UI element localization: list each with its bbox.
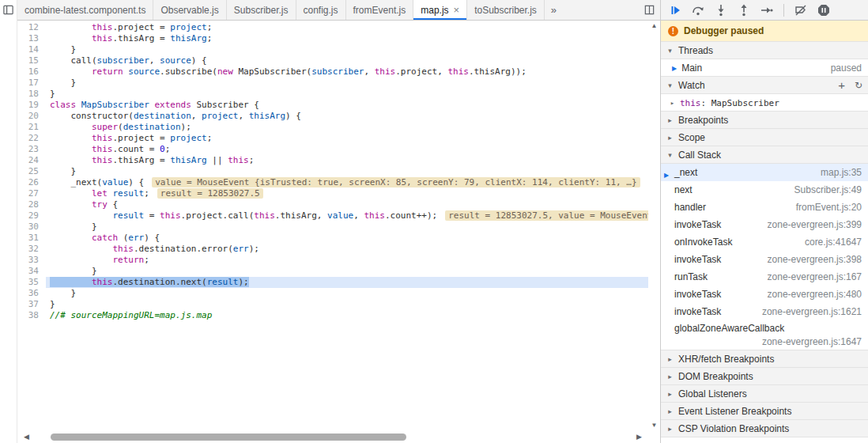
watch-expression-this[interactable]: ▸ this: MapSubscriber	[661, 94, 868, 112]
section-threads[interactable]: ▾ Threads	[661, 41, 868, 59]
resume-script-execution-button[interactable]	[669, 4, 681, 17]
code-text[interactable]: }	[46, 266, 648, 277]
section-event-listener-breakpoints[interactable]: ▸ Event Listener Breakpoints	[661, 402, 868, 420]
line-number[interactable]: 26	[17, 177, 46, 188]
call-stack-frame-handler[interactable]: handlerfromEvent.js:20	[661, 199, 868, 216]
line-number[interactable]: 17	[17, 78, 46, 89]
code-text[interactable]: }	[46, 166, 648, 177]
chevron-right-icon[interactable]: ▸	[669, 99, 676, 107]
tab-Observable.js[interactable]: Observable.js	[153, 0, 226, 20]
code-text[interactable]: return source.subscribe(new MapSubscribe…	[46, 66, 648, 78]
code-text[interactable]: }	[46, 222, 648, 233]
code-text[interactable]: this.thisArg = thisArg;	[46, 33, 648, 44]
code-text[interactable]: catch (err) {	[46, 233, 648, 244]
close-tab-icon[interactable]: ×	[454, 5, 460, 15]
code-text[interactable]: call(subscriber, source) {	[46, 55, 648, 66]
call-stack-frame-_next[interactable]: ▶_nextmap.js:35	[661, 164, 868, 181]
add-watch-expression-icon[interactable]: +	[838, 79, 845, 91]
tab-Subscriber.js[interactable]: Subscriber.js	[227, 0, 296, 20]
line-number[interactable]: 19	[17, 100, 46, 111]
line-number[interactable]: 25	[17, 166, 46, 177]
step-into-button[interactable]	[715, 4, 727, 17]
section-breakpoints[interactable]: ▸ Breakpoints	[661, 111, 868, 129]
call-stack-frame-invokeTask[interactable]: invokeTaskzone-evergreen.js:398	[661, 251, 868, 268]
frame-location[interactable]: core.js:41647	[805, 236, 862, 249]
line-number[interactable]: 38	[17, 310, 46, 321]
line-number[interactable]: 20	[17, 111, 46, 122]
line-number[interactable]: 24	[17, 155, 46, 166]
step-over-button[interactable]	[692, 4, 704, 17]
line-number[interactable]: 23	[17, 144, 46, 155]
line-number[interactable]: 27	[17, 188, 46, 199]
code-text[interactable]: }	[46, 299, 648, 310]
thread-main-row[interactable]: ▶ Main paused	[661, 59, 868, 77]
line-number[interactable]: 35	[17, 277, 46, 288]
show-navigator-icon[interactable]	[2, 4, 14, 443]
scroll-right-icon[interactable]: ▶	[630, 434, 648, 441]
tab-config.js[interactable]: config.js	[296, 0, 346, 20]
frame-location[interactable]: map.js:35	[821, 166, 862, 180]
pause-on-exceptions-button[interactable]	[817, 4, 830, 17]
tab-toSubscriber.js[interactable]: toSubscriber.js	[467, 0, 545, 20]
frame-location[interactable]: zone-evergreen.js:480	[768, 288, 862, 301]
call-stack-frame-invokeTask[interactable]: invokeTaskzone-evergreen.js:480	[661, 286, 868, 303]
line-number[interactable]: 29	[17, 210, 46, 222]
code-text[interactable]: class MapSubscriber extends Subscriber {	[46, 100, 648, 111]
tab-overflow-button[interactable]: »	[545, 0, 563, 20]
line-number[interactable]: 21	[17, 122, 46, 133]
call-stack-frame-onInvokeTask[interactable]: onInvokeTaskcore.js:41647	[661, 233, 868, 251]
call-stack-frame-runTask[interactable]: runTaskzone-evergreen.js:167	[661, 268, 868, 286]
editor-pane-icon[interactable]	[643, 0, 660, 20]
call-stack-frame-invokeTask[interactable]: invokeTaskzone-evergreen.js:1621	[661, 303, 868, 320]
step-out-button[interactable]	[738, 4, 750, 17]
code-text[interactable]: }	[46, 89, 648, 100]
code-text[interactable]: this.thisArg = thisArg || this;	[46, 155, 648, 166]
code-text[interactable]: this.destination.error(err);	[46, 244, 648, 255]
section-csp-violation-breakpoints[interactable]: ▸ CSP Violation Breakpoints	[661, 419, 868, 437]
frame-location[interactable]: zone-evergreen.js:398	[768, 253, 862, 267]
code-text[interactable]: constructor(destination, project, thisAr…	[46, 111, 648, 122]
line-number[interactable]: 12	[17, 22, 46, 33]
code-text[interactable]: }	[46, 44, 648, 55]
code-text[interactable]: try {	[46, 199, 648, 210]
refresh-watch-icon[interactable]: ↻	[855, 81, 862, 90]
section-call-stack[interactable]: ▾ Call Stack	[661, 146, 868, 164]
line-number[interactable]: 14	[17, 44, 46, 55]
call-stack-frame-globalZoneAwareCallback[interactable]: globalZoneAwareCallbackzone-evergreen.js…	[661, 320, 868, 350]
section-watch[interactable]: ▾ Watch + ↻	[661, 76, 868, 94]
frame-location[interactable]: fromEvent.js:20	[796, 201, 862, 214]
frame-location[interactable]: zone-evergreen.js:399	[768, 218, 862, 232]
editor-vertical-scrollbar[interactable]: ▲ ▼	[648, 21, 660, 431]
tab-map.js[interactable]: map.js×	[413, 0, 467, 20]
line-number[interactable]: 31	[17, 233, 46, 244]
frame-location[interactable]: zone-evergreen.js:1621	[762, 305, 862, 319]
line-number[interactable]: 18	[17, 89, 46, 100]
line-number[interactable]: 13	[17, 33, 46, 44]
call-stack-frame-next[interactable]: nextSubscriber.js:49	[661, 181, 868, 199]
code-text[interactable]: }	[46, 288, 648, 299]
code-text[interactable]: this.destination.next(result);	[46, 277, 648, 288]
code-text[interactable]: let result;result = 12853027.5	[46, 188, 648, 199]
tab-fromEvent.js[interactable]: fromEvent.js	[346, 0, 414, 20]
scroll-up-icon[interactable]: ▲	[651, 23, 658, 29]
code-text[interactable]: }	[46, 78, 648, 89]
code-text[interactable]: //# sourceMappingURL=map.js.map	[46, 310, 648, 321]
call-stack-frame-invokeTask[interactable]: invokeTaskzone-evergreen.js:399	[661, 216, 868, 233]
editor-horizontal-scrollbar[interactable]: ◀ ▶	[17, 431, 648, 443]
line-number[interactable]: 30	[17, 222, 46, 233]
code-text[interactable]: super(destination);	[46, 122, 648, 133]
code-text[interactable]: this.project = project;	[46, 133, 648, 144]
section-dom-breakpoints[interactable]: ▸ DOM Breakpoints	[661, 367, 868, 385]
code-text[interactable]: result = this.project.call(this.thisArg,…	[46, 210, 648, 222]
deactivate-breakpoints-button[interactable]	[794, 4, 807, 17]
scroll-left-icon[interactable]: ◀	[17, 434, 36, 441]
frame-location[interactable]: zone-evergreen.js:1647	[762, 335, 862, 349]
section-global-listeners[interactable]: ▸ Global Listeners	[661, 384, 868, 403]
line-number[interactable]: 16	[17, 66, 46, 78]
section-scope[interactable]: ▸ Scope	[661, 128, 868, 146]
line-number[interactable]: 36	[17, 288, 46, 299]
line-number[interactable]: 22	[17, 133, 46, 144]
step-button[interactable]	[760, 4, 773, 17]
line-number[interactable]: 28	[17, 199, 46, 210]
code-text[interactable]: this.project = project;	[46, 22, 648, 33]
